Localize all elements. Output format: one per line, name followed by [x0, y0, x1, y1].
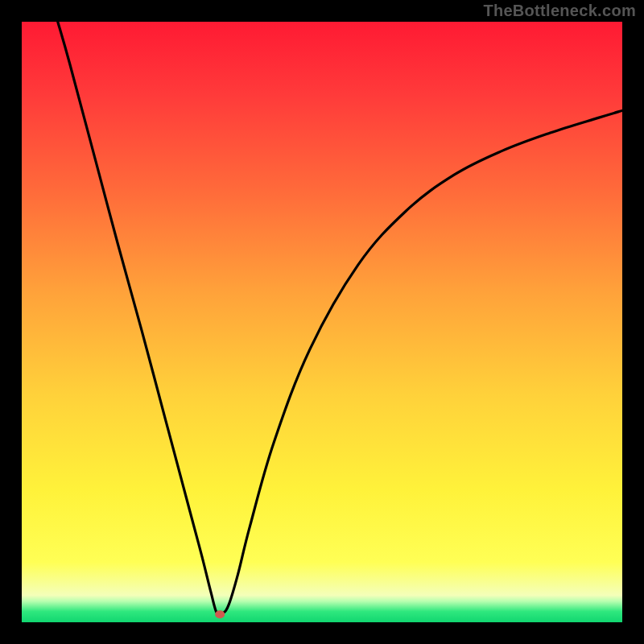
plot-area — [22, 22, 622, 622]
chart-frame: TheBottleneck.com — [0, 0, 644, 644]
plot-svg — [22, 22, 622, 622]
gradient-background — [22, 22, 622, 622]
minimum-marker — [215, 610, 225, 618]
watermark-text: TheBottleneck.com — [483, 2, 636, 20]
